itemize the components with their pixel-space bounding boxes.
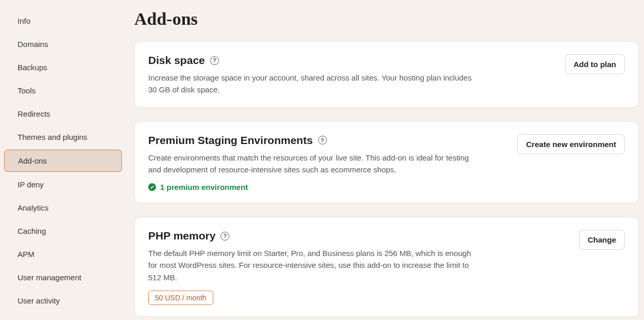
add-to-plan-button[interactable]: Add to plan xyxy=(565,54,625,74)
sidebar-item-redirects[interactable]: Redirects xyxy=(4,103,122,124)
sidebar-item-themes-plugins[interactable]: Themes and plugins xyxy=(4,126,122,148)
sidebar-item-caching[interactable]: Caching xyxy=(4,220,122,242)
sidebar-item-label: Tools xyxy=(18,86,36,95)
sidebar-item-label: User activity xyxy=(18,296,60,305)
sidebar-item-label: Redirects xyxy=(18,109,50,118)
sidebar-item-label: Domains xyxy=(18,40,48,49)
card-description: The default PHP memory limit on Starter,… xyxy=(148,247,479,283)
addon-card-php-memory: PHP memory ? The default PHP memory limi… xyxy=(134,217,639,317)
help-icon[interactable]: ? xyxy=(318,136,327,145)
sidebar-item-label: Analytics xyxy=(18,203,49,212)
sidebar-item-info[interactable]: Info xyxy=(4,10,122,31)
sidebar-item-ip-deny[interactable]: IP deny xyxy=(4,174,122,195)
card-title: Disk space xyxy=(148,54,205,67)
main-content: Add-ons Disk space ? Increase the storag… xyxy=(126,0,644,320)
sidebar-item-label: Add-ons xyxy=(18,156,47,165)
sidebar: Info Domains Backups Tools Redirects The… xyxy=(0,0,126,320)
page-title: Add-ons xyxy=(134,9,639,29)
status-text: 1 premium environment xyxy=(160,183,248,191)
sidebar-item-label: IP deny xyxy=(18,180,44,189)
sidebar-item-label: User management xyxy=(18,273,81,282)
sidebar-item-add-ons[interactable]: Add-ons xyxy=(4,150,122,172)
sidebar-item-domains[interactable]: Domains xyxy=(4,34,122,55)
sidebar-item-apm[interactable]: APM xyxy=(4,244,122,265)
card-title: PHP memory xyxy=(148,230,215,242)
sidebar-item-user-activity[interactable]: User activity xyxy=(4,290,122,311)
sidebar-item-label: Info xyxy=(18,17,30,25)
price-badge: 50 USD / month xyxy=(148,291,213,305)
card-description: Increase the storage space in your accou… xyxy=(148,72,479,96)
create-new-environment-button[interactable]: Create new environment xyxy=(517,134,625,154)
sidebar-item-backups[interactable]: Backups xyxy=(4,57,122,78)
card-title: Premium Staging Environments xyxy=(148,134,313,147)
check-circle-icon xyxy=(148,183,156,191)
sidebar-item-tools[interactable]: Tools xyxy=(4,80,122,101)
change-button[interactable]: Change xyxy=(579,230,625,250)
sidebar-item-label: Caching xyxy=(18,227,46,235)
help-icon[interactable]: ? xyxy=(221,232,229,241)
sidebar-item-label: Themes and plugins xyxy=(18,133,87,141)
card-description: Create environments that match the resou… xyxy=(148,152,479,176)
sidebar-item-user-management[interactable]: User management xyxy=(4,267,122,288)
help-icon[interactable]: ? xyxy=(210,56,219,65)
status-badge: 1 premium environment xyxy=(148,183,505,191)
addon-card-premium-staging: Premium Staging Environments ? Create en… xyxy=(134,121,639,204)
sidebar-item-label: APM xyxy=(18,250,35,259)
sidebar-item-analytics[interactable]: Analytics xyxy=(4,197,122,218)
sidebar-item-logs[interactable]: Logs xyxy=(4,313,122,320)
addon-card-disk-space: Disk space ? Increase the storage space … xyxy=(134,41,639,108)
sidebar-item-label: Backups xyxy=(18,63,48,72)
